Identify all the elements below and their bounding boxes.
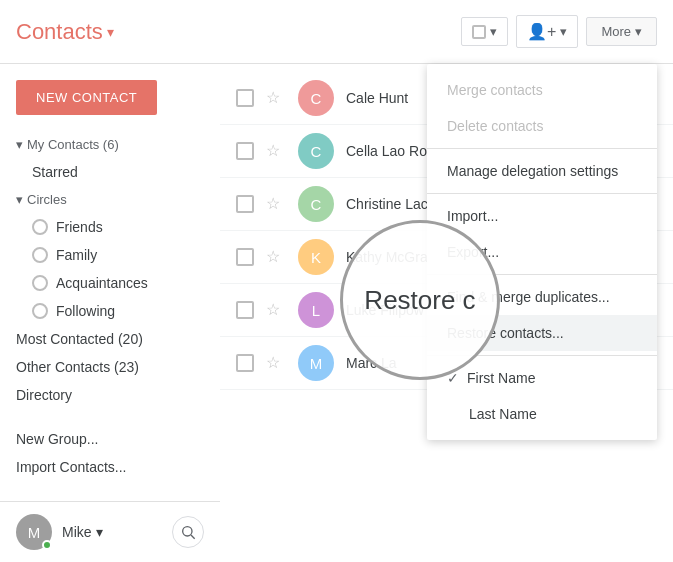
sidebar-item-most-contacted[interactable]: Most Contacted (20)	[0, 325, 220, 353]
manage-delegation-item[interactable]: Manage delegation settings	[427, 153, 657, 189]
app-container: Contacts ▾ ▾ 👤+ ▾ More ▾ NEW CONTACT ▾	[0, 0, 673, 562]
most-contacted-label: Most Contacted (20)	[16, 331, 143, 347]
circles-section[interactable]: ▾ Circles	[0, 186, 220, 213]
user-name-arrow: ▾	[96, 524, 103, 540]
online-status-dot	[42, 540, 52, 550]
family-label: Family	[56, 247, 97, 263]
sidebar-item-following[interactable]: Following	[0, 297, 220, 325]
search-button[interactable]	[172, 516, 204, 548]
contact-checkbox-3[interactable]	[236, 248, 254, 266]
sidebar-item-new-group[interactable]: New Group...	[0, 425, 220, 453]
restore-circle: Restore c	[340, 220, 500, 380]
contacts-title: Contacts	[16, 19, 103, 45]
starred-label: Starred	[32, 164, 78, 180]
contact-avatar-2: C	[298, 186, 334, 222]
contact-avatar-1: C	[298, 133, 334, 169]
user-initial: M	[28, 524, 41, 541]
select-all-button[interactable]: ▾	[461, 17, 508, 46]
svg-point-0	[183, 527, 192, 536]
circles-arrow: ▾	[16, 192, 23, 207]
svg-line-1	[191, 535, 195, 539]
my-contacts-section[interactable]: ▾ My Contacts (6)	[0, 131, 220, 158]
following-dot	[32, 303, 48, 319]
contact-checkbox-2[interactable]	[236, 195, 254, 213]
contact-checkbox-0[interactable]	[236, 89, 254, 107]
merge-contacts-item: Merge contacts	[427, 72, 657, 108]
header-title[interactable]: Contacts ▾	[16, 19, 114, 45]
contact-star-2[interactable]: ☆	[266, 194, 286, 214]
title-dropdown-arrow: ▾	[107, 24, 114, 40]
circles-label: Circles	[27, 192, 67, 207]
my-contacts-label: My Contacts (6)	[27, 137, 119, 152]
sidebar: NEW CONTACT ▾ My Contacts (6) Starred ▾ …	[0, 64, 220, 562]
restore-overlay: Restore c	[340, 220, 500, 380]
restore-text: Restore c	[364, 285, 475, 316]
contact-checkbox-4[interactable]	[236, 301, 254, 319]
acquaintances-dot	[32, 275, 48, 291]
friends-label: Friends	[56, 219, 103, 235]
checkbox-icon	[472, 25, 486, 39]
contact-avatar-4: L	[298, 292, 334, 328]
new-contact-button[interactable]: NEW CONTACT	[16, 80, 157, 115]
more-arrow: ▾	[635, 24, 642, 39]
new-group-label: New Group...	[16, 431, 98, 447]
sidebar-item-family[interactable]: Family	[0, 241, 220, 269]
user-area: M Mike ▾	[0, 501, 220, 562]
contact-checkbox-1[interactable]	[236, 142, 254, 160]
sidebar-item-starred[interactable]: Starred	[0, 158, 220, 186]
directory-label: Directory	[16, 387, 72, 403]
user-name-label[interactable]: Mike ▾	[62, 524, 103, 540]
contact-avatar-5: M	[298, 345, 334, 381]
friends-dot	[32, 219, 48, 235]
contact-star-5[interactable]: ☆	[266, 353, 286, 373]
sidebar-item-other-contacts[interactable]: Other Contacts (23)	[0, 353, 220, 381]
contact-avatar-0: C	[298, 80, 334, 116]
my-contacts-arrow: ▾	[16, 137, 23, 152]
contact-star-4[interactable]: ☆	[266, 300, 286, 320]
contact-checkbox-5[interactable]	[236, 354, 254, 372]
contact-star-1[interactable]: ☆	[266, 141, 286, 161]
sidebar-item-acquaintances[interactable]: Acquaintances	[0, 269, 220, 297]
following-label: Following	[56, 303, 115, 319]
other-contacts-label: Other Contacts (23)	[16, 359, 139, 375]
last-name-item[interactable]: Last Name	[427, 396, 657, 432]
add-contact-arrow: ▾	[560, 24, 567, 39]
checkbox-dropdown-arrow: ▾	[490, 24, 497, 39]
sidebar-item-directory[interactable]: Directory	[0, 381, 220, 409]
more-button[interactable]: More ▾	[586, 17, 657, 46]
more-label: More	[601, 24, 631, 39]
header: Contacts ▾ ▾ 👤+ ▾ More ▾	[0, 0, 673, 64]
dropdown-divider-1	[427, 148, 657, 149]
acquaintances-label: Acquaintances	[56, 275, 148, 291]
sidebar-item-import-contacts[interactable]: Import Contacts...	[0, 453, 220, 481]
user-name-text: Mike	[62, 524, 92, 540]
dropdown-divider-2	[427, 193, 657, 194]
user-avatar: M	[16, 514, 52, 550]
contact-star-3[interactable]: ☆	[266, 247, 286, 267]
contact-avatar-3: K	[298, 239, 334, 275]
delete-contacts-item: Delete contacts	[427, 108, 657, 144]
family-dot	[32, 247, 48, 263]
import-contacts-label: Import Contacts...	[16, 459, 126, 475]
sidebar-item-friends[interactable]: Friends	[0, 213, 220, 241]
header-controls: ▾ 👤+ ▾ More ▾	[461, 15, 657, 48]
contact-star-0[interactable]: ☆	[266, 88, 286, 108]
add-contact-button[interactable]: 👤+ ▾	[516, 15, 578, 48]
add-person-icon: 👤+	[527, 22, 556, 41]
